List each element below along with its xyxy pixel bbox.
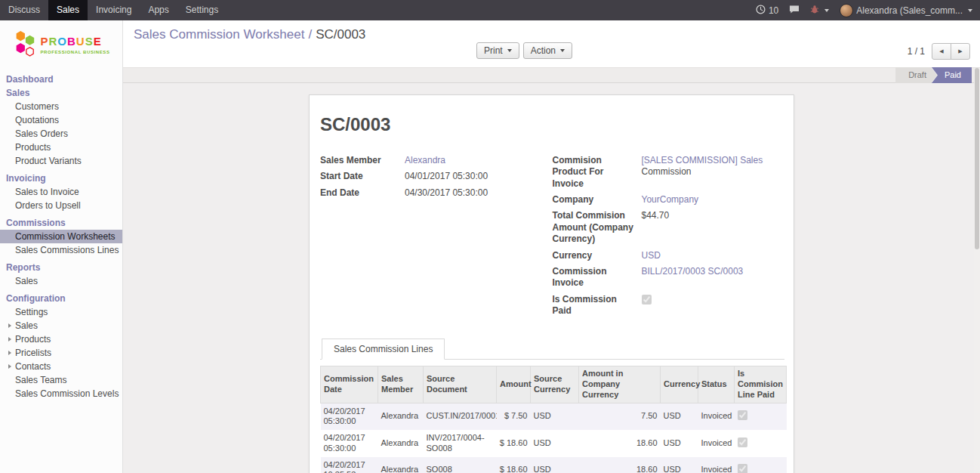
col-source-currency[interactable]: Source Currency [531, 366, 579, 403]
caret-down-icon [968, 9, 972, 12]
app-menu-apps[interactable]: Apps [140, 0, 177, 20]
sidebar-heading-reports[interactable]: Reports [0, 261, 122, 274]
table-header-row: Commission Date Sales Member Source Docu… [321, 366, 787, 403]
user-menu[interactable]: Alexandra (Sales_comm... [840, 4, 972, 17]
sidebar-item-config-sales[interactable]: Sales [0, 319, 122, 332]
company-link[interactable]: YourCompany [642, 194, 699, 206]
sidebar-item-config-products[interactable]: Products [0, 332, 122, 346]
cell-source-document: SO008 [424, 457, 497, 473]
activities-menu[interactable]: 10 [756, 5, 778, 17]
print-button[interactable]: Print [476, 42, 519, 59]
vertical-scrollbar[interactable] [974, 68, 980, 473]
currency-link[interactable]: USD [642, 250, 661, 261]
commission-invoice-link[interactable]: BILL/2017/0003 SC/0003 [642, 266, 744, 289]
expand-icon [8, 337, 11, 342]
field-end-date: End Date 04/30/2017 05:30:00 [320, 187, 553, 199]
tab-sales-commission-lines[interactable]: Sales Commission Lines [322, 339, 445, 360]
app-menu-sales[interactable]: Sales [48, 0, 88, 20]
field-commission-invoice: Commission Invoice BILL/2017/0003 SC/000… [553, 266, 785, 289]
logo-hexagons-icon [12, 29, 36, 60]
cell-amount-in-company-currency: 18.60 [579, 457, 661, 473]
sidebar-menu: Dashboard Sales Customers Quotations Sal… [0, 69, 122, 408]
sidebar-item-settings[interactable]: Settings [0, 305, 122, 319]
cell-sales-member: Alexandra [378, 403, 424, 430]
cell-source-document: INV/2017/0004-SO008 [424, 430, 497, 457]
field-groups: Sales Member Alexandra Start Date 04/01/… [320, 155, 784, 321]
start-date-value: 04/01/2017 05:30:00 [405, 171, 488, 182]
debug-menu[interactable] [810, 5, 829, 16]
field-label: Start Date [320, 171, 405, 182]
sidebar-item-sales-commissions-lines[interactable]: Sales Commissions Lines [0, 243, 122, 257]
sidebar-heading-sales[interactable]: Sales [0, 86, 122, 100]
caret-down-icon [560, 49, 565, 52]
logo-subtitle: PROFESSIONAL BUSINESS [40, 50, 109, 54]
notebook: Sales Commission Lines Commission [320, 339, 784, 473]
sidebar-item-products[interactable]: Products [0, 141, 122, 154]
col-amount-in-company-currency[interactable]: Amount in Company Currency [579, 366, 661, 403]
form-sheet: SC/0003 Sales Member Alexandra Start Dat… [309, 94, 794, 473]
sidebar-item-commission-worksheets[interactable]: Commission Worksheets [0, 230, 122, 243]
action-button[interactable]: Action [523, 42, 572, 59]
is-commission-paid-checkbox[interactable] [642, 295, 652, 305]
scrollbar-thumb[interactable] [975, 68, 979, 249]
col-status[interactable]: Status [698, 366, 735, 403]
field-label: Company [553, 194, 642, 206]
field-currency: Currency USD [553, 250, 785, 261]
probuse-logo: PROBUSE PROFESSIONAL BUSINESS [0, 20, 122, 69]
line-paid-checkbox[interactable] [738, 410, 747, 420]
breadcrumb-separator: / [308, 27, 312, 42]
cell-currency: USD [661, 457, 698, 473]
sidebar: PROBUSE PROFESSIONAL BUSINESS Dashboard … [0, 20, 123, 473]
user-avatar [840, 4, 853, 17]
app-menu-discuss[interactable]: Discuss [0, 0, 48, 20]
line-paid-checkbox[interactable] [738, 464, 747, 473]
control-panel: Sales Commission Worksheet/SC/0003 Print… [123, 20, 980, 67]
cell-commission-date: 04/20/2017 10:35:53 [321, 457, 378, 473]
col-is-commission-line-paid[interactable]: Is Commision Line Paid [735, 366, 787, 403]
status-paid[interactable]: Paid [932, 67, 972, 83]
sidebar-heading-dashboard[interactable]: Dashboard [0, 73, 122, 86]
field-label: Commission Invoice [553, 266, 642, 289]
field-commission-product: Commision Product For Invoice [SALES COM… [553, 155, 785, 190]
print-button-label: Print [484, 45, 503, 56]
breadcrumb-parent-link[interactable]: Sales Commission Worksheet [134, 27, 304, 42]
pager-previous-button[interactable]: ◀ [932, 43, 951, 60]
sidebar-item-pricelists[interactable]: Pricelists [0, 346, 122, 360]
sidebar-heading-commissions[interactable]: Commissions [0, 216, 122, 230]
sidebar-item-contacts[interactable]: Contacts [0, 360, 122, 373]
cell-source-currency: USD [531, 430, 579, 457]
sidebar-item-quotations[interactable]: Quotations [0, 113, 122, 127]
status-draft[interactable]: Draft [895, 67, 937, 83]
sidebar-item-product-variants[interactable]: Product Variants [0, 154, 122, 168]
col-source-document[interactable]: Source Document [424, 366, 497, 403]
sidebar-item-sales-to-invoice[interactable]: Sales to Invoice [0, 185, 122, 199]
table-row[interactable]: 04/20/2017 05:30:00 Alexandra INV/2017/0… [321, 430, 787, 457]
app-menu-settings[interactable]: Settings [177, 0, 227, 20]
messages-menu[interactable] [789, 5, 800, 17]
systray: 10 Alexandra (Sales_comm... [756, 0, 980, 20]
topbar: Discuss Sales Invoicing Apps Settings 10… [0, 0, 980, 20]
line-paid-checkbox[interactable] [738, 437, 747, 447]
table-row[interactable]: 04/20/2017 05:30:00 Alexandra CUST.IN/20… [321, 403, 787, 430]
sidebar-item-sales-report[interactable]: Sales [0, 274, 122, 288]
col-sales-member[interactable]: Sales Member [378, 366, 424, 403]
sidebar-heading-invoicing[interactable]: Invoicing [0, 172, 122, 185]
sidebar-item-label: Contacts [15, 361, 51, 372]
sidebar-item-orders-to-upsell[interactable]: Orders to Upsell [0, 199, 122, 212]
sidebar-item-sales-teams[interactable]: Sales Teams [0, 373, 122, 387]
sidebar-item-sales-orders[interactable]: Sales Orders [0, 127, 122, 141]
sidebar-heading-configuration[interactable]: Configuration [0, 292, 122, 305]
sidebar-item-customers[interactable]: Customers [0, 100, 122, 113]
bug-icon [810, 5, 819, 16]
app-menu-invoicing[interactable]: Invoicing [88, 0, 140, 20]
col-commission-date[interactable]: Commission Date [321, 366, 378, 403]
commission-product-link[interactable]: [SALES COMMISSION] Sales [642, 155, 763, 165]
sales-member-link[interactable]: Alexandra [405, 155, 445, 166]
chat-bubble-icon [789, 5, 800, 17]
pager-next-button[interactable]: ▶ [951, 43, 970, 60]
field-label: Currency [553, 250, 642, 261]
col-currency[interactable]: Currency [661, 366, 698, 403]
sidebar-item-sales-commission-levels[interactable]: Sales Commission Levels [0, 387, 122, 400]
table-row[interactable]: 04/20/2017 10:35:53 Alexandra SO008 $ 18… [321, 457, 787, 473]
col-amount[interactable]: Amount [497, 366, 531, 403]
